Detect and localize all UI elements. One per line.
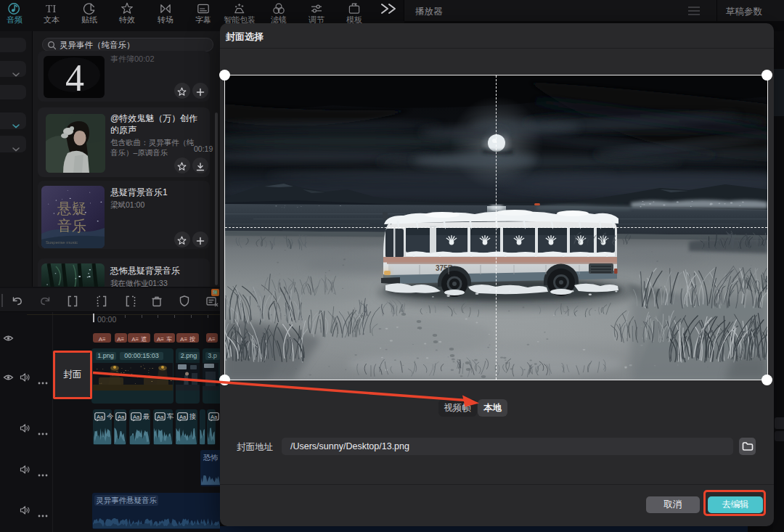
- svg-text:音乐: 音乐: [57, 218, 86, 234]
- svg-text:Aa: Aa: [211, 414, 218, 420]
- svg-text:Suspense music: Suspense music: [46, 240, 78, 245]
- svg-text:悬疑: 悬疑: [57, 200, 86, 216]
- svg-text:Aa: Aa: [118, 414, 125, 420]
- svg-text:TI: TI: [46, 3, 56, 15]
- svg-text:Aa: Aa: [97, 414, 104, 420]
- svg-text:Aa: Aa: [133, 414, 140, 420]
- svg-text:Aa: Aa: [157, 414, 164, 420]
- svg-text:Aa: Aa: [179, 414, 187, 420]
- svg-text:4: 4: [65, 57, 84, 98]
